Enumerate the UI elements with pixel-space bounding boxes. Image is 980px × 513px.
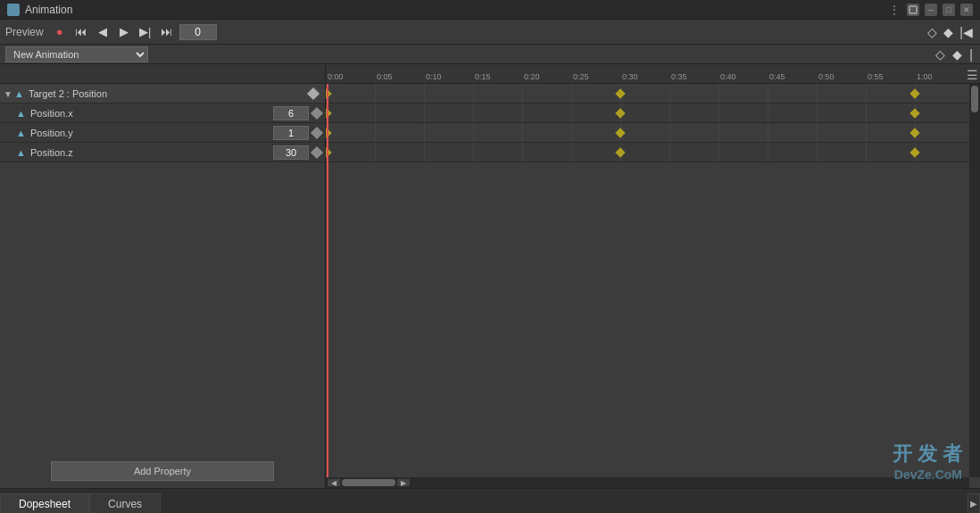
keyframe-diamond[interactable] — [326, 88, 332, 98]
prop-value-z[interactable] — [273, 145, 309, 160]
record-button[interactable]: ● — [51, 23, 69, 41]
animation-row: New Animation ◇ ◆ | — [0, 45, 980, 64]
prop-name-z: Position.z — [30, 147, 273, 158]
grid-line — [522, 143, 523, 161]
grid-line — [817, 123, 818, 142]
grid-line — [522, 84, 523, 103]
add-keyframe-button[interactable]: ◇ — [926, 23, 939, 41]
keyframe-diamond[interactable] — [615, 128, 625, 137]
grid-line — [669, 123, 670, 142]
prev-frame-button[interactable]: ◀ — [94, 23, 112, 41]
keyframe-diamond[interactable] — [615, 108, 625, 118]
close-button[interactable]: ✕ — [960, 4, 973, 16]
grid-line — [473, 143, 474, 161]
scroll-left-button[interactable]: ◀ — [328, 479, 340, 486]
timeline-tracks — [326, 84, 980, 488]
maximize-button[interactable]: □ — [943, 4, 955, 16]
grid-line — [473, 103, 474, 122]
ruler-tick: 0:35 — [669, 72, 718, 83]
goto-end-button[interactable]: ⏭ — [158, 23, 176, 41]
grid-line — [866, 123, 867, 142]
prop-name-x: Position.x — [30, 108, 273, 119]
ruler-tick: 0:50 — [817, 72, 866, 83]
grid-line — [522, 103, 523, 122]
left-panel: ▼ ▲ Target 2 : Position ▲ Position.x ▲ P… — [0, 64, 326, 488]
tab-dopesheet[interactable]: Dopesheet — [0, 493, 89, 513]
grid-line — [669, 84, 670, 103]
keyframe-diamond[interactable] — [326, 108, 332, 118]
grid-line — [375, 143, 376, 161]
track-position-y[interactable]: ▲ Position.y — [0, 123, 325, 143]
frame-indicator-btn[interactable]: | — [968, 46, 975, 63]
play-button[interactable]: ▶ — [115, 23, 133, 41]
keyframe-diamond[interactable] — [615, 147, 625, 157]
keyframe-diamond[interactable] — [615, 88, 625, 98]
vertical-scrollbar[interactable] — [969, 84, 980, 477]
ruler-tick: 0:55 — [866, 72, 915, 83]
animation-select[interactable]: New Animation — [5, 46, 148, 62]
keyframe-diamond[interactable] — [326, 128, 332, 137]
goto-start-button[interactable]: ⏮ — [72, 23, 90, 41]
grid-line — [375, 123, 376, 142]
ruler-tick: 0:40 — [718, 72, 768, 83]
target-icon: ▲ — [14, 88, 25, 99]
right-panel: 0:000:050:100:150:200:250:300:350:400:45… — [326, 64, 980, 488]
keyframe-diamond[interactable] — [909, 88, 919, 98]
minimize-button[interactable]: ─ — [925, 4, 937, 16]
scrollbar-thumb-h[interactable] — [342, 479, 395, 486]
prop-x-keyframe-dot — [311, 106, 323, 119]
group-keyframe-indicator — [307, 87, 320, 99]
ruler-tick: 0:00 — [326, 72, 375, 83]
grid-line — [424, 123, 425, 142]
track-position-z[interactable]: ▲ Position.z — [0, 143, 325, 162]
filled-diamond-icon-btn[interactable]: ◆ — [951, 46, 964, 63]
scroll-right-button[interactable]: ▶ — [397, 479, 410, 486]
add-property-button[interactable]: Add Property — [51, 461, 274, 481]
prop-icon-x: ▲ — [16, 108, 27, 119]
prop-z-keyframe-dot — [311, 145, 323, 158]
svg-rect-0 — [9, 5, 18, 14]
grid-line — [424, 143, 425, 161]
keyframe-diamond[interactable] — [909, 108, 919, 118]
timeline-row — [326, 103, 980, 123]
group-track[interactable]: ▼ ▲ Target 2 : Position — [0, 84, 325, 103]
prop-icon-z: ▲ — [16, 147, 27, 158]
window-title: Animation — [25, 4, 72, 16]
grid-line — [768, 143, 768, 161]
grid-line — [522, 123, 523, 142]
keyframe-diamond[interactable] — [326, 147, 332, 157]
track-header — [0, 64, 325, 84]
horizontal-scrollbar[interactable]: ◀ ▶ — [326, 477, 969, 488]
prop-value-x[interactable] — [273, 106, 309, 120]
grid-line — [424, 103, 425, 122]
keyframe-diamond[interactable] — [909, 128, 919, 137]
scrollbar-thumb-v[interactable] — [971, 86, 978, 112]
bottom-scroll-arrow[interactable]: ▶ — [968, 493, 980, 513]
prop-name-y: Position.y — [30, 128, 273, 138]
track-list: ▼ ▲ Target 2 : Position ▲ Position.x ▲ P… — [0, 84, 325, 454]
ruler-tick: 0:25 — [571, 72, 620, 83]
grid-line — [669, 103, 670, 122]
grid-line — [571, 143, 572, 161]
diamond-icon-btn[interactable]: ◇ — [934, 46, 947, 63]
grid-line — [473, 84, 474, 103]
track-position-x[interactable]: ▲ Position.x — [0, 103, 325, 123]
ruler-menu-button[interactable]: ☰ — [967, 68, 978, 82]
keyframe-diamond[interactable] — [909, 147, 919, 157]
more-options-icon[interactable]: ⋮ — [888, 3, 901, 17]
grid-line — [768, 84, 768, 103]
pin-button[interactable] — [907, 4, 919, 16]
ruler-tick: 0:45 — [768, 72, 817, 83]
remove-keyframe-button[interactable]: ◆ — [942, 23, 955, 41]
tab-curves[interactable]: Curves — [89, 493, 161, 513]
keyframe-nav-button[interactable]: |◀ — [958, 23, 975, 41]
ruler-tick: 0:15 — [473, 72, 522, 83]
grid-line — [817, 84, 818, 103]
grid-line — [718, 123, 719, 142]
grid-line — [571, 123, 572, 142]
grid-line — [866, 84, 867, 103]
timeline-row — [326, 84, 980, 103]
prop-value-y[interactable] — [273, 126, 309, 140]
time-input[interactable] — [179, 24, 217, 40]
next-frame-button[interactable]: ▶| — [137, 23, 154, 41]
